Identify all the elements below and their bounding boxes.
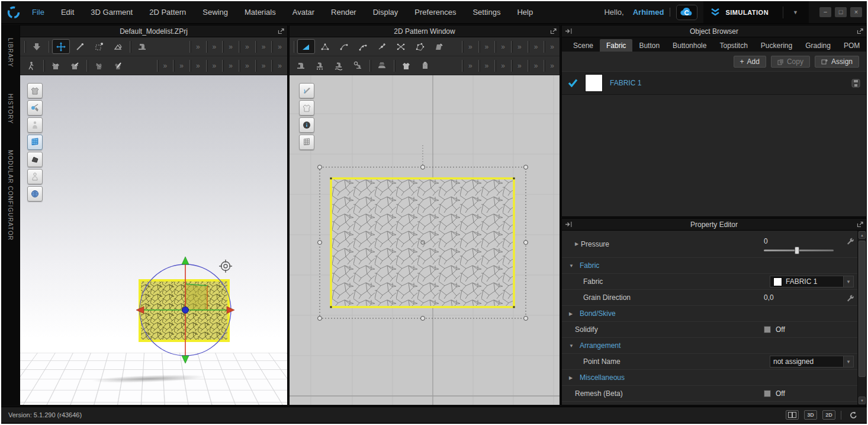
- edit-pattern-tool-button[interactable]: [316, 39, 334, 54]
- collapsed-toolbar-expander-icon[interactable]: »: [160, 62, 171, 70]
- scroll-down-arrow[interactable]: ▼: [859, 397, 866, 404]
- viewport-3d-canvas[interactable]: [20, 75, 287, 405]
- copy-button[interactable]: Copy: [771, 56, 810, 68]
- reset-layout-button[interactable]: [847, 410, 860, 420]
- collapsed-toolbar-expander-icon[interactable]: »: [497, 43, 509, 51]
- tab-buttonhole[interactable]: Buttonhole: [666, 39, 713, 52]
- tab-grading[interactable]: Grading: [799, 39, 837, 52]
- collapsed-toolbar-expander-icon[interactable]: »: [531, 43, 542, 51]
- tab-topstitch[interactable]: Topstitch: [713, 39, 754, 52]
- fold-garment-tool-button[interactable]: [109, 58, 127, 73]
- transform-pattern-tool-button[interactable]: [90, 39, 108, 54]
- menu-help[interactable]: Help: [509, 1, 541, 24]
- menu-display[interactable]: Display: [365, 1, 407, 24]
- simulation-dropdown-caret[interactable]: ▼: [789, 9, 802, 15]
- tab-pom[interactable]: POM: [837, 39, 866, 52]
- collapsed-toolbar-expander-icon[interactable]: »: [225, 43, 236, 51]
- show-pattern-info-toggle[interactable]: [299, 117, 314, 133]
- tab-scene[interactable]: Scene: [567, 39, 600, 52]
- collapsed-toolbar-expander-icon[interactable]: »: [225, 62, 236, 70]
- cut-tool-button[interactable]: [392, 39, 410, 54]
- dock-arrow-icon[interactable]: [565, 221, 573, 228]
- slider-knob[interactable]: [795, 247, 799, 254]
- show-garment-2d-tool-button[interactable]: [397, 58, 415, 73]
- username-link[interactable]: Arhimed: [633, 8, 664, 17]
- collapsed-toolbar-expander-icon[interactable]: »: [258, 43, 269, 51]
- section-bond-skive[interactable]: ▶ Bond/Skive: [562, 306, 857, 322]
- fabric-swatch[interactable]: [585, 74, 603, 92]
- collapsed-toolbar-expander-icon[interactable]: »: [242, 43, 253, 51]
- gizmo-mode-icon[interactable]: [219, 260, 232, 273]
- pressure-value[interactable]: 0: [764, 237, 846, 245]
- section-fabric[interactable]: ▼ Fabric: [562, 258, 857, 274]
- collapsed-toolbar-expander-icon[interactable]: »: [531, 62, 542, 70]
- edit-curve-point-tool-button[interactable]: [354, 39, 372, 54]
- brush-select-tool-button[interactable]: [71, 39, 89, 54]
- assign-button[interactable]: Assign: [815, 56, 859, 68]
- collapsed-toolbar-expander-icon[interactable]: »: [192, 62, 204, 70]
- menu-2d-pattern[interactable]: 2D Pattern: [141, 1, 194, 24]
- flip-pattern-tool-button[interactable]: [109, 39, 127, 54]
- free-sewing-3d-tool-button[interactable]: [66, 58, 83, 73]
- save-fabric-icon[interactable]: [851, 79, 860, 88]
- collapsed-toolbar-expander-icon[interactable]: »: [497, 62, 509, 70]
- fabric-dropdown[interactable]: FABRIC 1 ▼: [770, 276, 854, 287]
- show-environment-toggle[interactable]: [27, 186, 43, 202]
- remesh-checkbox[interactable]: [764, 390, 771, 397]
- wrench-icon[interactable]: [846, 237, 854, 245]
- collapsed-toolbar-expander-icon[interactable]: »: [209, 62, 220, 70]
- add-point-tool-button[interactable]: [373, 39, 391, 54]
- clo-cloud-button[interactable]: [676, 5, 697, 20]
- edit-curvature-tool-button[interactable]: [335, 39, 353, 54]
- popout-icon[interactable]: [857, 28, 863, 34]
- menu-render[interactable]: Render: [323, 1, 365, 24]
- tab-puckering[interactable]: Puckering: [754, 39, 799, 52]
- collapsed-toolbar-expander-icon[interactable]: »: [546, 62, 558, 70]
- popout-icon[interactable]: [857, 221, 863, 228]
- wrench-icon[interactable]: [846, 294, 854, 302]
- collapsed-toolbar-expander-icon[interactable]: »: [209, 43, 220, 51]
- show-mannequin-toggle[interactable]: [27, 169, 43, 184]
- collapsed-toolbar-expander-icon[interactable]: »: [274, 43, 285, 51]
- expand-caret-icon[interactable]: ▶: [575, 241, 581, 247]
- split-view-button[interactable]: [786, 410, 799, 420]
- transform-pattern-2d-tool-button[interactable]: [297, 39, 315, 54]
- menu-avatar[interactable]: Avatar: [284, 1, 323, 24]
- collapsed-toolbar-expander-icon[interactable]: »: [258, 62, 269, 70]
- free-sewing-tool-button[interactable]: [311, 58, 329, 73]
- popout-icon[interactable]: [278, 28, 284, 34]
- menu-materials[interactable]: Materials: [236, 1, 284, 24]
- collapsed-toolbar-expander-icon[interactable]: »: [242, 62, 253, 70]
- show-silhouette-toggle[interactable]: [299, 100, 314, 116]
- menu-sewing[interactable]: Sewing: [194, 1, 236, 24]
- mn-sewing-tool-button[interactable]: [330, 58, 348, 73]
- collapsed-toolbar-expander-icon[interactable]: »: [176, 62, 187, 70]
- collapsed-toolbar-expander-icon[interactable]: »: [481, 62, 493, 70]
- pressure-slider[interactable]: [764, 250, 834, 251]
- dropdown-arrow-icon[interactable]: ▼: [843, 276, 853, 287]
- polygon-tool-button[interactable]: [411, 39, 429, 54]
- iron-tool-button[interactable]: [373, 58, 391, 73]
- show-pins-toggle[interactable]: [27, 100, 43, 116]
- segment-sewing-tool-button[interactable]: [292, 58, 310, 73]
- point-name-dropdown[interactable]: not assigned ▼: [770, 356, 854, 368]
- pin-garment-tool-button[interactable]: [90, 58, 108, 73]
- move-tool-button[interactable]: [52, 39, 70, 54]
- minimize-button[interactable]: −: [819, 7, 831, 17]
- tab-fabric[interactable]: Fabric: [600, 39, 632, 52]
- collapsed-toolbar-expander-icon[interactable]: »: [274, 62, 285, 70]
- section-arrangement[interactable]: ▼ Arrangement: [562, 338, 857, 354]
- sidebar-item-history[interactable]: HISTORY: [7, 94, 14, 124]
- show-mesh-2d-toggle[interactable]: [299, 135, 314, 150]
- show-garment-toggle[interactable]: [27, 83, 43, 98]
- walk-avatar-tool-button[interactable]: [22, 58, 40, 73]
- collapsed-toolbar-expander-icon[interactable]: »: [546, 43, 558, 51]
- collapsed-toolbar-expander-icon[interactable]: »: [465, 62, 476, 70]
- show-sewing-toggle[interactable]: [299, 83, 314, 98]
- check-sewing-tool-button[interactable]: [349, 58, 367, 73]
- transform-gizmo[interactable]: [136, 257, 234, 363]
- fabric-item-name[interactable]: FABRIC 1: [610, 79, 844, 87]
- menu-settings[interactable]: Settings: [464, 1, 509, 24]
- fabric-list-item[interactable]: FABRIC 1: [562, 71, 866, 95]
- sewing-machine-tool-button[interactable]: [133, 39, 151, 54]
